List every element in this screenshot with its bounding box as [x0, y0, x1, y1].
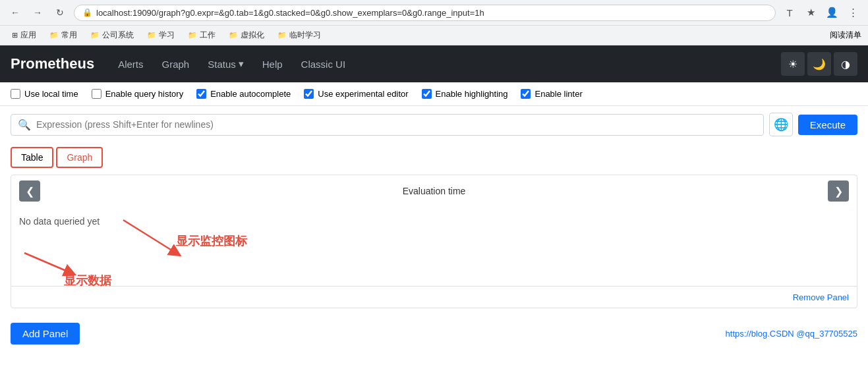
folder-icon-5: 📁: [229, 31, 238, 40]
query-history-checkbox[interactable]: [92, 89, 101, 99]
search-icon: 🔍: [18, 119, 31, 131]
bookmark-label: 应用: [20, 30, 36, 41]
execute-button[interactable]: Execute: [798, 115, 857, 135]
globe-button[interactable]: 🌐: [769, 113, 793, 136]
folder-icon-3: 📁: [147, 31, 156, 40]
bookmark-label: 虚拟化: [241, 30, 264, 41]
address-bar: 🔒 localhost:19090/graph?g0.expr=&g0.tab=…: [74, 5, 776, 21]
bookmark-label: 工作: [200, 30, 216, 41]
annotation-1: 显示监控图标: [117, 213, 222, 268]
search-input-wrapper: 🔍: [11, 114, 764, 136]
experimental-editor-checkbox[interactable]: [304, 89, 314, 99]
options-bar: Use local time Enable query history Enab…: [0, 82, 868, 106]
bookmark-temp[interactable]: 📁 临时学习: [272, 28, 326, 43]
nav-icons: ☀ 🌙 ◑: [781, 52, 857, 76]
bookmark-virtual[interactable]: 📁 虚拟化: [223, 28, 270, 43]
nav-status[interactable]: Status ▾: [200, 53, 252, 75]
nav-alerts[interactable]: Alerts: [110, 53, 151, 75]
folder-icon-4: 📁: [188, 31, 197, 40]
nav-links: Alerts Graph Status ▾ Help Classic UI: [110, 53, 353, 75]
profile-button[interactable]: 👤: [823, 4, 840, 21]
nav-help-label: Help: [262, 59, 283, 70]
address-text: localhost:19090/graph?g0.expr=&g0.tab=1&…: [96, 8, 484, 18]
nav-bar: Prometheus Alerts Graph Status ▾ Help Cl…: [0, 45, 868, 82]
folder-icon-6: 📁: [277, 31, 287, 40]
chevron-down-icon: ▾: [239, 58, 244, 70]
panel-footer: Remove Panel: [11, 286, 857, 308]
bookmarks-right: 阅读清单: [830, 30, 861, 41]
theme-contrast-button[interactable]: ◑: [834, 52, 857, 76]
bookmark-company[interactable]: 📁 公司系统: [85, 28, 139, 43]
reload-button[interactable]: ↻: [51, 4, 69, 21]
bookmark-label: 学习: [159, 30, 175, 41]
folder-icon-2: 📁: [90, 31, 100, 40]
bookmark-button[interactable]: ★: [802, 4, 819, 21]
nav-classic-ui[interactable]: Classic UI: [293, 53, 354, 75]
chrome-actions: T ★ 👤 ⋮: [781, 4, 861, 21]
local-time-checkbox[interactable]: [11, 89, 20, 99]
bookmark-study[interactable]: 📁 学习: [142, 28, 180, 43]
bookmarks-bar: ⊞ 应用 📁 常用 📁 公司系统 📁 学习 📁 工作 📁 虚拟化 📁 临时学习 …: [0, 26, 868, 45]
folder-icon-1: 📁: [49, 31, 59, 40]
search-bar: 🔍 🌐 Execute: [0, 106, 868, 143]
tab-graph[interactable]: Graph: [56, 147, 103, 168]
svg-line-0: [123, 220, 176, 253]
nav-alerts-label: Alerts: [118, 59, 143, 70]
option-autocomplete[interactable]: Enable autocomplete: [196, 89, 291, 99]
nav-brand[interactable]: Prometheus: [11, 55, 94, 72]
linter-label: Enable linter: [535, 89, 582, 99]
bookmark-label: 常用: [61, 30, 77, 41]
highlighting-checkbox[interactable]: [422, 89, 432, 99]
nav-help[interactable]: Help: [254, 53, 291, 75]
bookmark-common[interactable]: 📁 常用: [44, 28, 82, 43]
bookmark-work[interactable]: 📁 工作: [183, 28, 221, 43]
annotation-text-1: 显示监控图标: [176, 233, 247, 249]
footer-link[interactable]: https://blog.CSDN @qq_37705525: [726, 329, 857, 339]
option-linter[interactable]: Enable linter: [521, 89, 582, 99]
nav-status-label: Status: [208, 59, 236, 70]
svg-line-1: [24, 253, 71, 273]
bookmark-apps[interactable]: ⊞ 应用: [7, 28, 42, 43]
panel-controls: ❮ Evaluation time ❯: [11, 175, 857, 207]
reading-list-label: 阅读清单: [830, 30, 861, 40]
chrome-bar: ← → ↻ 🔒 localhost:19090/graph?g0.expr=&g…: [0, 0, 868, 26]
back-button[interactable]: ←: [7, 4, 24, 21]
apps-icon: ⊞: [12, 31, 18, 40]
tab-table[interactable]: Table: [11, 147, 53, 168]
option-experimental-editor[interactable]: Use experimental editor: [304, 89, 408, 99]
expression-input[interactable]: [36, 119, 757, 130]
nav-graph[interactable]: Graph: [154, 53, 198, 75]
panel: ❮ Evaluation time ❯ No data queried yet …: [11, 175, 857, 308]
experimental-editor-label: Use experimental editor: [318, 89, 408, 99]
highlighting-label: Enable highlighting: [436, 89, 508, 99]
forward-button[interactable]: →: [29, 4, 46, 21]
nav-graph-label: Graph: [162, 59, 190, 70]
local-time-label: Use local time: [24, 89, 78, 99]
option-highlighting[interactable]: Enable highlighting: [422, 89, 508, 99]
option-local-time[interactable]: Use local time: [11, 89, 78, 99]
theme-light-button[interactable]: ☀: [781, 52, 805, 76]
tabs-row: Table Graph: [0, 143, 868, 168]
annotation-area: No data queried yet 显示监控图标: [11, 207, 857, 286]
option-query-history[interactable]: Enable query history: [92, 89, 184, 99]
prev-time-button[interactable]: ❮: [19, 180, 40, 202]
add-panel-button[interactable]: Add Panel: [11, 323, 80, 345]
menu-button[interactable]: ⋮: [844, 4, 861, 21]
nav-classic-ui-label: Classic UI: [301, 59, 346, 70]
linter-checkbox[interactable]: [521, 89, 531, 99]
bottom-bar: Add Panel https://blog.CSDN @qq_37705525: [0, 315, 868, 352]
remove-panel-link[interactable]: Remove Panel: [793, 292, 849, 302]
bookmark-label: 临时学习: [289, 30, 321, 41]
autocomplete-checkbox[interactable]: [196, 89, 206, 99]
translate-button[interactable]: T: [781, 4, 798, 21]
next-time-button[interactable]: ❯: [828, 180, 849, 202]
query-history-label: Enable query history: [105, 89, 184, 99]
bookmark-label: 公司系统: [102, 30, 134, 41]
eval-time-label: Evaluation time: [45, 186, 823, 196]
annotation-2: 显示数据: [18, 246, 97, 288]
lock-icon: 🔒: [82, 8, 92, 17]
autocomplete-label: Enable autocomplete: [210, 89, 291, 99]
theme-dark-button[interactable]: 🌙: [807, 52, 831, 76]
annotation-text-2: 显示数据: [64, 273, 111, 289]
